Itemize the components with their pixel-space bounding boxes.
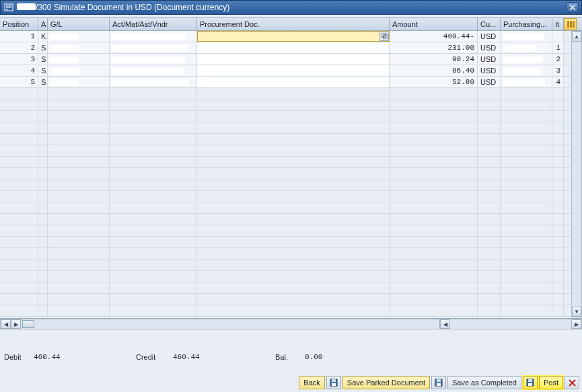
col-amount[interactable]: Amount <box>390 18 478 30</box>
scroll-thumb[interactable] <box>22 320 34 328</box>
table-row[interactable]: 4 S 86.40 USD 3 <box>0 65 582 77</box>
scroll-right-icon[interactable]: ▶ <box>571 319 581 329</box>
cell-act <box>110 42 197 53</box>
table-row-empty <box>0 237 582 248</box>
cell-a: S <box>38 54 48 65</box>
scroll-right-icon[interactable]: ▶ <box>11 319 21 329</box>
back-button[interactable]: Back <box>299 376 324 389</box>
close-icon <box>567 378 577 387</box>
cell-gl <box>48 65 110 76</box>
svg-rect-11 <box>332 379 336 382</box>
grid-body: 1 K 460.44- USD 2 S 231.00 USD 1 <box>0 31 582 319</box>
cell-currency: USD <box>478 42 501 53</box>
col-act[interactable]: Act/Mat/Ast/Vndr <box>110 18 197 30</box>
cell-amount: 90.24 <box>390 54 478 65</box>
table-row-empty <box>0 191 582 202</box>
cell-position: 2 <box>0 42 38 53</box>
table-row-empty <box>0 214 582 225</box>
col-cu[interactable]: Cu... <box>478 18 501 30</box>
cell-amount: 52.80 <box>390 77 478 87</box>
window-titlebar: /300 Simulate Document in USD (Document … <box>0 0 582 15</box>
post-icon-button[interactable] <box>523 376 538 389</box>
save-completed-icon-button[interactable] <box>431 376 446 389</box>
totals-bar: Debit 460.44 Credit 460.44 Bal. 0.00 <box>0 350 582 364</box>
cell-gl <box>48 77 110 87</box>
cell-it: 4 <box>552 77 564 87</box>
cell-position: 3 <box>0 54 38 65</box>
table-row-empty <box>0 157 582 168</box>
cell-gl <box>48 42 110 53</box>
cell-it: 1 <box>552 42 564 53</box>
cell-position: 5 <box>0 77 38 87</box>
cell-a: S <box>38 77 48 87</box>
cell-it: 2 <box>552 54 564 65</box>
col-it[interactable]: It <box>552 18 564 30</box>
cell-currency: USD <box>478 31 501 42</box>
scroll-down-icon[interactable]: ▼ <box>572 307 581 317</box>
cell-currency: USD <box>478 65 501 76</box>
scroll-up-icon[interactable]: ▲ <box>572 32 581 42</box>
cell-gl <box>48 31 110 42</box>
vertical-scrollbar[interactable]: ▲ ▼ <box>571 31 582 317</box>
cell-a: K <box>38 31 48 42</box>
debit-label: Debit <box>4 353 34 361</box>
footer-toolbar: Back Save Parked Document Save as Comple… <box>299 375 579 390</box>
cell-a: S <box>38 65 48 76</box>
cell-amount: 231.00 <box>390 42 478 53</box>
table-row[interactable]: 3 S 90.24 USD 2 <box>0 54 582 65</box>
table-row-empty <box>0 134 582 145</box>
cell-gl <box>48 54 110 65</box>
cell-currency: USD <box>478 54 501 65</box>
svg-rect-7 <box>573 21 575 28</box>
svg-rect-15 <box>437 383 441 386</box>
col-purch[interactable]: Purchasing... <box>501 18 552 30</box>
table-row[interactable]: 1 K 460.44- USD <box>0 31 582 42</box>
table-settings-button[interactable] <box>564 18 577 30</box>
window-title: /300 Simulate Document in USD (Document … <box>17 3 567 12</box>
debit-value: 460.44 <box>34 353 101 361</box>
cell-act <box>110 77 197 87</box>
proc-doc-input[interactable] <box>197 42 390 53</box>
value-help-icon[interactable] <box>379 31 389 41</box>
close-button[interactable] <box>567 2 579 13</box>
table-row-empty <box>0 100 582 111</box>
svg-rect-6 <box>570 21 572 28</box>
table-row-empty <box>0 248 582 260</box>
col-position[interactable]: Position <box>0 18 38 30</box>
cell-purch <box>501 54 552 65</box>
table-row[interactable]: 2 S 231.00 USD 1 <box>0 42 582 54</box>
save-completed-button[interactable]: Save as Completed <box>447 376 521 389</box>
save-parked-button[interactable]: Save Parked Document <box>342 376 430 389</box>
proc-doc-input[interactable] <box>197 77 390 87</box>
cell-amount: 86.40 <box>390 65 478 76</box>
col-gl[interactable]: G/L <box>48 18 110 30</box>
disk-icon <box>434 378 443 387</box>
grid-header: Position A G/L Act/Mat/Ast/Vndr Procurem… <box>0 17 582 31</box>
cell-amount: 460.44- <box>390 31 478 42</box>
table-row[interactable]: 5 S 52.80 USD 4 <box>0 77 582 88</box>
table-row-empty <box>0 305 582 317</box>
svg-rect-14 <box>437 379 441 382</box>
cell-purch <box>501 65 552 76</box>
disk-icon <box>525 378 535 387</box>
table-row-empty <box>0 271 582 282</box>
cell-purch <box>501 42 552 53</box>
cancel-button[interactable] <box>565 376 579 389</box>
svg-rect-5 <box>567 21 569 28</box>
col-proc[interactable]: Procurement Doc. <box>197 18 390 30</box>
proc-doc-input[interactable] <box>197 54 390 65</box>
cell-act <box>110 65 197 76</box>
save-icon-button[interactable] <box>326 376 341 389</box>
window-icon <box>3 3 14 12</box>
svg-rect-17 <box>528 379 532 382</box>
cell-act <box>110 31 197 42</box>
proc-doc-input[interactable] <box>197 65 390 76</box>
post-button[interactable]: Post <box>539 376 563 389</box>
scroll-left-icon[interactable]: ◀ <box>440 319 450 329</box>
proc-doc-input[interactable] <box>197 31 390 42</box>
cell-a: S <box>38 42 48 53</box>
scroll-left-icon[interactable]: ◀ <box>1 319 11 329</box>
col-a[interactable]: A <box>38 18 48 30</box>
horizontal-scrollbar[interactable]: ◀ ▶ ◀ ▶ <box>0 319 582 329</box>
table-row-empty <box>0 225 582 237</box>
